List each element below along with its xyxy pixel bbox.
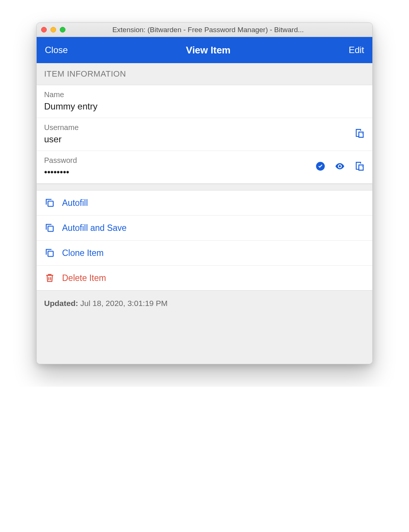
check-circle-icon: [315, 161, 326, 173]
updated-label: Updated:: [44, 299, 78, 307]
clone-item-button[interactable]: Clone Item: [37, 240, 372, 265]
delete-item-button[interactable]: Delete Item: [37, 265, 372, 290]
actions-card: Autofill Autofill and Save Clone Item De…: [37, 191, 372, 291]
clone-icon: [44, 247, 55, 259]
window-traffic-lights: [41, 27, 65, 33]
app-header: Close View Item Edit: [37, 37, 372, 63]
window-title: Extension: (Bitwarden - Free Password Ma…: [71, 26, 368, 34]
updated-value: Jul 18, 2020, 3:01:19 PM: [80, 299, 168, 307]
username-label: Username: [44, 123, 354, 132]
check-password-button[interactable]: [315, 161, 326, 173]
autofill-label: Autofill: [62, 198, 88, 208]
close-button[interactable]: Close: [45, 45, 68, 55]
edit-button[interactable]: Edit: [349, 45, 364, 55]
copy-username-button[interactable]: [354, 129, 365, 140]
delete-item-label: Delete Item: [62, 273, 106, 283]
copy-icon: [354, 128, 365, 140]
window-zoom-button[interactable]: [60, 27, 65, 33]
autofill-button[interactable]: Autofill: [37, 191, 372, 215]
clone-icon: [44, 222, 55, 233]
section-header-item-info: ITEM INFORMATION: [37, 63, 372, 85]
svg-rect-3: [48, 251, 53, 256]
clone-item-label: Clone Item: [62, 248, 104, 258]
svg-rect-1: [48, 201, 53, 206]
toggle-password-visibility-button[interactable]: [334, 161, 345, 173]
window-titlebar: Extension: (Bitwarden - Free Password Ma…: [37, 23, 372, 37]
trash-icon: [44, 272, 55, 284]
page-title: View Item: [186, 44, 230, 56]
clone-icon: [44, 197, 55, 208]
field-password: Password ••••••••: [37, 151, 372, 183]
username-value: user: [44, 134, 354, 145]
name-label: Name: [44, 90, 365, 99]
section-spacer: [37, 184, 372, 191]
autofill-save-label: Autofill and Save: [62, 223, 127, 233]
autofill-save-button[interactable]: Autofill and Save: [37, 215, 372, 240]
password-value: ••••••••: [44, 167, 315, 177]
window-close-button[interactable]: [41, 27, 47, 33]
field-name: Name Dummy entry: [37, 85, 372, 118]
app-window: Extension: (Bitwarden - Free Password Ma…: [36, 22, 373, 364]
footer: Updated: Jul 18, 2020, 3:01:19 PM: [37, 291, 372, 364]
copy-password-button[interactable]: [354, 161, 365, 173]
window-minimize-button[interactable]: [50, 27, 56, 33]
item-info-card: Name Dummy entry Username user Password …: [37, 85, 372, 184]
password-label: Password: [44, 156, 315, 165]
field-username: Username user: [37, 118, 372, 151]
svg-rect-2: [48, 226, 53, 231]
copy-icon: [354, 161, 365, 173]
eye-icon: [335, 161, 345, 173]
name-value: Dummy entry: [44, 101, 365, 112]
